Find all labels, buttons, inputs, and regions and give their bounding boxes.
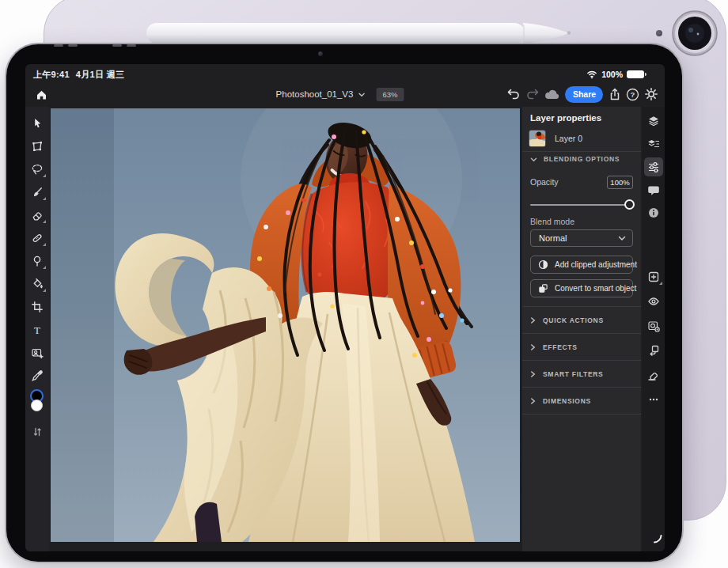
fill-tool[interactable] — [26, 273, 48, 295]
corner-swipe-indicator — [651, 532, 664, 545]
swap-colors-icon[interactable] — [26, 422, 48, 441]
speaker-slit — [54, 44, 63, 47]
undo-icon[interactable] — [506, 88, 521, 100]
layer-name: Layer 0 — [555, 134, 582, 143]
comments-icon[interactable] — [644, 180, 663, 199]
move-tool[interactable] — [26, 112, 48, 134]
opacity-label: Opacity — [530, 177, 559, 187]
top-toolbar: Photoshoot_01_V3 63% — [25, 81, 665, 107]
battery-percent: 100% — [601, 70, 623, 79]
settings-gear-icon[interactable] — [644, 87, 658, 101]
more-options-icon[interactable] — [644, 390, 663, 409]
opacity-slider[interactable] — [530, 199, 633, 210]
section-effects[interactable]: EFFECTS — [530, 334, 633, 360]
speaker-slit — [68, 44, 78, 47]
chevron-right-icon — [530, 343, 536, 351]
header-actions: Share ? — [506, 81, 658, 107]
chevron-down-icon — [530, 157, 537, 162]
chevron-down-icon — [358, 92, 365, 97]
speaker-slit — [112, 44, 122, 47]
layer-thumbnail — [529, 130, 546, 147]
speaker-slit — [127, 44, 136, 47]
slider-track[interactable] — [530, 204, 633, 206]
background-color-swatch[interactable] — [31, 399, 43, 411]
document-info-icon[interactable] — [644, 203, 663, 222]
front-ipad-device: 上午9:41 4月1日 週三 100% — [5, 43, 684, 563]
home-button[interactable] — [32, 85, 51, 104]
svg-text:T: T — [34, 324, 40, 336]
crop-tool[interactable] — [26, 296, 48, 318]
chevron-right-icon — [530, 370, 536, 378]
blend-mode-label: Blend mode — [530, 217, 574, 226]
healing-brush-tool[interactable] — [26, 227, 48, 249]
layer-visibility-icon[interactable] — [644, 292, 663, 311]
marketing-scene: 上午9:41 4月1日 週三 100% — [0, 0, 728, 568]
blending-options-header[interactable]: BLENDING OPTIONS — [530, 155, 620, 163]
layer-properties-panel: Layer properties Layer 0 — [522, 107, 641, 551]
opacity-value-field[interactable]: 100% — [607, 176, 633, 189]
place-photo-tool[interactable] — [26, 342, 48, 364]
opacity-row: Opacity 100% — [530, 175, 633, 189]
flatten-icon[interactable] — [644, 365, 663, 384]
document-title-group[interactable]: Photoshoot_01_V3 63% — [276, 81, 404, 107]
help-icon[interactable]: ? — [626, 88, 639, 101]
slider-knob[interactable] — [624, 199, 635, 210]
status-bar: 上午9:41 4月1日 週三 100% — [25, 66, 665, 82]
document-title: Photoshoot_01_V3 — [276, 89, 354, 99]
home-icon — [35, 89, 48, 101]
layers-icon[interactable] — [644, 112, 663, 131]
zoom-level-badge[interactable]: 63% — [376, 88, 404, 101]
wifi-icon — [586, 70, 597, 79]
panel-title: Layer properties — [530, 113, 601, 123]
layer-row[interactable]: Layer 0 — [529, 127, 635, 150]
divider — [522, 414, 641, 415]
add-clipped-adjustment-button[interactable]: Add clipped adjustment — [530, 256, 633, 274]
chevron-right-icon — [530, 397, 536, 405]
color-swatches[interactable] — [26, 389, 48, 418]
adjustment-icon — [538, 259, 548, 270]
canvas[interactable] — [51, 108, 520, 542]
panel-switch-rail — [643, 107, 665, 551]
type-tool[interactable]: T — [26, 319, 48, 341]
lasso-select-tool[interactable] — [26, 158, 48, 180]
blend-mode-value: Normal — [539, 233, 567, 243]
export-icon[interactable] — [609, 88, 621, 101]
layer-list-icon[interactable] — [644, 134, 663, 153]
app-screen: 上午9:41 4月1日 週三 100% — [25, 64, 665, 551]
brush-tool[interactable] — [26, 181, 48, 203]
convert-smart-object-button[interactable]: Convert to smart object — [530, 279, 633, 297]
section-quick-actions[interactable]: QUICK ACTIONS — [530, 307, 633, 333]
redo-icon[interactable] — [525, 88, 540, 100]
status-date: 4月1日 週三 — [76, 69, 124, 81]
clipping-mask-icon[interactable] — [644, 341, 663, 360]
chevron-down-icon — [618, 235, 626, 241]
svg-text:?: ? — [630, 90, 635, 99]
layer-properties-icon[interactable] — [644, 157, 663, 176]
eyedropper-tool[interactable] — [26, 365, 48, 387]
battery-icon — [627, 70, 644, 79]
divider — [522, 151, 641, 152]
cloud-sync-icon[interactable] — [544, 89, 560, 100]
front-camera-icon — [318, 51, 323, 56]
chevron-right-icon — [530, 316, 536, 324]
rear-camera-icon — [669, 8, 720, 59]
section-smart-filters[interactable]: SMART FILTERS — [530, 361, 633, 387]
clone-stamp-tool[interactable] — [26, 250, 48, 272]
blend-mode-dropdown[interactable]: Normal — [530, 229, 633, 247]
status-time: 上午9:41 — [33, 69, 70, 81]
section-dimensions[interactable]: DIMENSIONS — [530, 388, 633, 414]
add-layer-icon[interactable] — [644, 267, 663, 286]
rear-mic-icon — [656, 30, 662, 36]
layer-mask-icon[interactable] — [644, 316, 663, 335]
eraser-tool[interactable] — [26, 204, 48, 226]
transform-tool[interactable] — [26, 135, 48, 157]
share-button[interactable]: Share — [565, 86, 603, 103]
tool-bar: T — [25, 107, 49, 551]
smart-object-icon — [538, 283, 548, 293]
